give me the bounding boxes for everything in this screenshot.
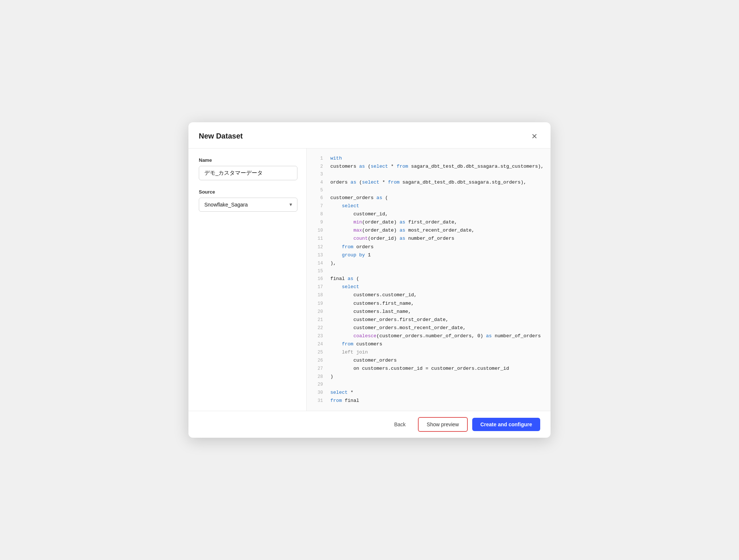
line-content: select bbox=[330, 202, 359, 210]
code-line: 17 select bbox=[307, 283, 551, 291]
line-number: 23 bbox=[313, 332, 323, 340]
code-line: 9 min(order_date) as first_order_date, bbox=[307, 218, 551, 226]
line-number: 16 bbox=[313, 275, 323, 283]
code-line: 5 bbox=[307, 187, 551, 194]
code-line: 10 max(order_date) as most_recent_order_… bbox=[307, 226, 551, 235]
code-line: 23 coalesce(customer_orders.number_of_or… bbox=[307, 332, 551, 340]
line-number: 6 bbox=[313, 194, 323, 202]
code-line: 3 bbox=[307, 171, 551, 178]
line-number: 1 bbox=[313, 155, 323, 162]
line-content: from final bbox=[330, 397, 359, 405]
line-number: 30 bbox=[313, 389, 323, 396]
code-line: 30select * bbox=[307, 389, 551, 397]
code-line: 26 customer_orders bbox=[307, 356, 551, 365]
code-line: 2customers as (select * from sagara_dbt_… bbox=[307, 163, 551, 171]
dialog-title: New Dataset bbox=[199, 132, 243, 140]
line-content: left join bbox=[330, 348, 368, 356]
back-button[interactable]: Back bbox=[386, 417, 413, 431]
line-number: 8 bbox=[313, 211, 323, 218]
line-number: 9 bbox=[313, 219, 323, 226]
code-line: 16final as ( bbox=[307, 275, 551, 283]
line-content: customers.customer_id, bbox=[330, 291, 417, 299]
code-line: 19 customers.first_name, bbox=[307, 300, 551, 308]
line-content: customer_orders bbox=[330, 356, 396, 365]
line-number: 24 bbox=[313, 341, 323, 348]
line-number: 20 bbox=[313, 308, 323, 315]
line-number: 11 bbox=[313, 235, 323, 242]
line-number: 13 bbox=[313, 252, 323, 259]
source-select[interactable]: Snowflake_Sagara bbox=[199, 198, 297, 212]
line-number: 14 bbox=[313, 260, 323, 267]
code-line: 18 customers.customer_id, bbox=[307, 291, 551, 299]
code-line: 4orders as (select * from sagara_dbt_tes… bbox=[307, 178, 551, 187]
code-line: 14), bbox=[307, 259, 551, 267]
line-content: from orders bbox=[330, 243, 374, 251]
dialog-header: New Dataset ✕ bbox=[188, 122, 551, 148]
line-number: 29 bbox=[313, 381, 323, 388]
line-number: 31 bbox=[313, 397, 323, 404]
code-line: 1with bbox=[307, 154, 551, 163]
line-number: 22 bbox=[313, 324, 323, 332]
line-number: 4 bbox=[313, 179, 323, 186]
left-panel: Name Source Snowflake_Sagara ▼ bbox=[188, 148, 307, 411]
line-number: 28 bbox=[313, 373, 323, 380]
line-content: customer_orders as ( bbox=[330, 194, 388, 202]
line-content: select * bbox=[330, 389, 353, 397]
line-number: 25 bbox=[313, 349, 323, 356]
line-content: customers.last_name, bbox=[330, 308, 411, 316]
line-content: select bbox=[330, 283, 359, 291]
line-content: count(order_id) as number_of_orders bbox=[330, 235, 454, 243]
line-content: ) bbox=[330, 373, 333, 381]
code-editor-panel[interactable]: 1with2customers as (select * from sagara… bbox=[307, 148, 551, 411]
code-line: 25 left join bbox=[307, 348, 551, 356]
code-line: 13 group by 1 bbox=[307, 251, 551, 259]
show-preview-button[interactable]: Show preview bbox=[418, 417, 468, 432]
line-number: 5 bbox=[313, 187, 323, 194]
code-line: 7 select bbox=[307, 202, 551, 210]
line-number: 27 bbox=[313, 365, 323, 372]
line-number: 3 bbox=[313, 171, 323, 178]
line-content: min(order_date) as first_order_date, bbox=[330, 218, 457, 226]
code-line: 20 customers.last_name, bbox=[307, 308, 551, 316]
line-content: orders as (select * from sagara_dbt_test… bbox=[330, 178, 527, 187]
code-line: 12 from orders bbox=[307, 243, 551, 251]
source-label: Source bbox=[199, 189, 297, 195]
line-content: final as ( bbox=[330, 275, 359, 283]
create-configure-button[interactable]: Create and configure bbox=[472, 418, 540, 431]
code-line: 22 customer_orders.most_recent_order_dat… bbox=[307, 324, 551, 332]
code-line: 24 from customers bbox=[307, 340, 551, 348]
line-content: group by 1 bbox=[330, 251, 371, 259]
source-select-wrapper: Snowflake_Sagara ▼ bbox=[199, 198, 297, 212]
code-line: 6customer_orders as ( bbox=[307, 194, 551, 202]
line-content: with bbox=[330, 154, 342, 163]
line-content: max(order_date) as most_recent_order_dat… bbox=[330, 226, 474, 235]
line-content: customer_id, bbox=[330, 210, 388, 218]
line-content: customers as (select * from sagara_dbt_t… bbox=[330, 163, 544, 171]
code-editor[interactable]: 1with2customers as (select * from sagara… bbox=[307, 148, 551, 411]
code-line: 27 on customers.customer_id = customer_o… bbox=[307, 365, 551, 373]
code-line: 28) bbox=[307, 373, 551, 381]
code-line: 8 customer_id, bbox=[307, 210, 551, 218]
line-number: 17 bbox=[313, 283, 323, 291]
code-line: 29 bbox=[307, 381, 551, 388]
line-content: customers.first_name, bbox=[330, 300, 414, 308]
line-number: 18 bbox=[313, 291, 323, 299]
line-content: customer_orders.first_order_date, bbox=[330, 316, 449, 324]
new-dataset-dialog: New Dataset ✕ Name Source Snowflake_Saga… bbox=[188, 122, 551, 438]
name-label: Name bbox=[199, 157, 297, 163]
line-number: 26 bbox=[313, 357, 323, 364]
name-input[interactable] bbox=[199, 166, 297, 180]
line-number: 15 bbox=[313, 267, 323, 275]
code-line: 15 bbox=[307, 267, 551, 275]
dialog-footer: Back Show preview Create and configure bbox=[188, 411, 551, 438]
close-button[interactable]: ✕ bbox=[528, 130, 540, 142]
line-content: ), bbox=[330, 259, 336, 267]
line-number: 2 bbox=[313, 163, 323, 170]
code-line: 21 customer_orders.first_order_date, bbox=[307, 316, 551, 324]
line-number: 12 bbox=[313, 243, 323, 251]
code-line: 11 count(order_id) as number_of_orders bbox=[307, 235, 551, 243]
dialog-body: Name Source Snowflake_Sagara ▼ 1with2cus… bbox=[188, 148, 551, 411]
line-number: 10 bbox=[313, 227, 323, 234]
line-content: coalesce(customer_orders.number_of_order… bbox=[330, 332, 541, 340]
line-content: on customers.customer_id = customer_orde… bbox=[330, 365, 509, 373]
